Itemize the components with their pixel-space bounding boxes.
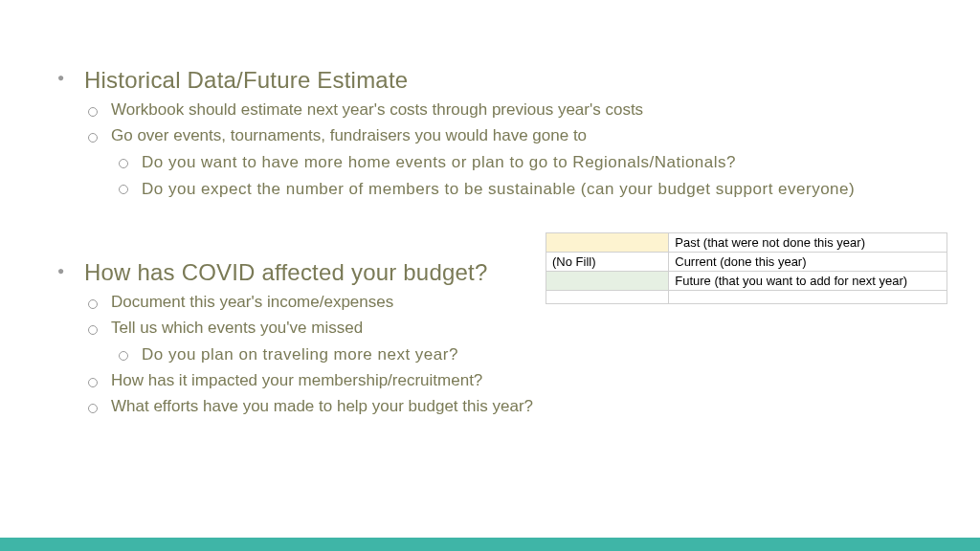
list-item-text: Go over events, tournaments, fundraisers… bbox=[111, 126, 587, 144]
table-row bbox=[546, 291, 947, 304]
list-item-text: Do you want to have more home events or … bbox=[142, 153, 736, 171]
list-item-text: Do you plan on traveling more next year? bbox=[142, 345, 458, 364]
list-item: Do you plan on traveling more next year? bbox=[111, 343, 923, 366]
sublist: Do you plan on traveling more next year? bbox=[111, 343, 923, 366]
sublist: Do you want to have more home events or … bbox=[111, 151, 923, 201]
section-2-items: Document this year's income/expenses Tel… bbox=[84, 292, 923, 418]
legend-label: Current (done this year) bbox=[669, 253, 947, 272]
swatch-past bbox=[546, 233, 669, 253]
swatch-current: (No Fill) bbox=[546, 253, 669, 272]
list-item-text: Tell us which events you've missed bbox=[111, 319, 363, 337]
section-1-heading: Historical Data/Future Estimate bbox=[84, 67, 923, 94]
content-area: Historical Data/Future Estimate Workbook… bbox=[0, 0, 980, 418]
list-item: Workbook should estimate next year's cos… bbox=[84, 99, 923, 121]
legend-label: Past (that were not done this year) bbox=[669, 233, 947, 253]
accent-bar bbox=[0, 538, 980, 551]
empty-cell bbox=[669, 291, 947, 304]
color-legend-table: Past (that were not done this year) (No … bbox=[546, 232, 947, 304]
table-row: (No Fill) Current (done this year) bbox=[546, 253, 947, 272]
table-row: Past (that were not done this year) bbox=[546, 233, 947, 253]
list-item-text: How has it impacted your membership/recr… bbox=[111, 371, 482, 389]
list-item: Tell us which events you've missed Do yo… bbox=[84, 318, 923, 366]
legend-label: Future (that you want to add for next ye… bbox=[669, 272, 947, 291]
list-item: What efforts have you made to help your … bbox=[84, 396, 923, 418]
list-item: Do you want to have more home events or … bbox=[111, 151, 923, 174]
list-item: How has it impacted your membership/recr… bbox=[84, 370, 923, 392]
list-item-text: What efforts have you made to help your … bbox=[111, 397, 533, 415]
list-item: Go over events, tournaments, fundraisers… bbox=[84, 125, 923, 201]
list-item-text: Document this year's income/expenses bbox=[111, 293, 393, 311]
swatch-future bbox=[546, 272, 669, 291]
list-item: Do you expect the number of members to b… bbox=[111, 178, 923, 201]
table-row: Future (that you want to add for next ye… bbox=[546, 272, 947, 291]
list-item-text: Do you expect the number of members to b… bbox=[142, 180, 855, 198]
section-1-items: Workbook should estimate next year's cos… bbox=[84, 99, 923, 200]
section-1: Historical Data/Future Estimate Workbook… bbox=[57, 67, 923, 200]
empty-cell bbox=[546, 291, 669, 304]
list-item-text: Workbook should estimate next year's cos… bbox=[111, 100, 643, 119]
slide: Historical Data/Future Estimate Workbook… bbox=[0, 0, 980, 551]
